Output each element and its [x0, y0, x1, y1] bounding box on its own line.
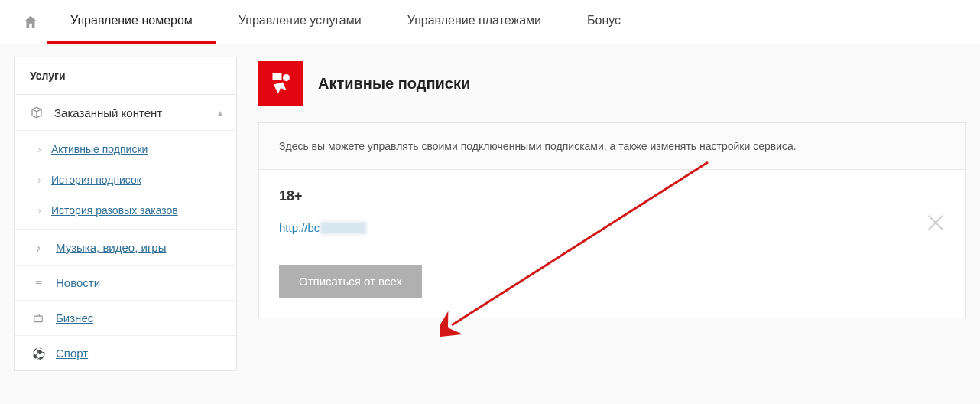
page-titlebar: Активные подписки	[258, 61, 966, 106]
close-icon[interactable]	[926, 213, 946, 233]
box-icon	[28, 106, 45, 119]
age-label: 18+	[279, 188, 946, 204]
sport-icon: ⚽	[30, 347, 47, 360]
sidebar-item-onetime-orders-history[interactable]: История разовых заказов	[15, 195, 236, 226]
home-icon[interactable]	[14, 0, 47, 44]
main-content: Активные подписки Здесь вы можете управл…	[258, 57, 966, 318]
tab-payment-management[interactable]: Управление платежами	[385, 0, 564, 44]
news-icon: ≡	[30, 277, 47, 289]
tab-service-management[interactable]: Управление услугами	[216, 0, 385, 44]
top-nav: Управление номером Управление услугами У…	[0, 0, 980, 44]
sidebar-item-label: Спорт	[56, 347, 88, 360]
music-icon: ♪	[30, 242, 47, 254]
sidebar-item-active-subscriptions[interactable]: Активные подписки	[15, 134, 236, 165]
sidebar-item-sport[interactable]: ⚽ Спорт	[15, 335, 236, 370]
page-title: Активные подписки	[318, 75, 470, 93]
url-prefix: http://bc	[279, 221, 320, 234]
chevron-up-icon: ▴	[218, 107, 222, 118]
panel-info-text: Здесь вы можете управлять своими подключ…	[259, 123, 965, 170]
sidebar: Услуги Заказанный контент ▴ Активные под…	[14, 57, 237, 371]
sidebar-item-subscription-history[interactable]: История подписок	[15, 165, 236, 195]
tab-bonus[interactable]: Бонус	[564, 0, 644, 44]
sidebar-group-ordered-content: Заказанный контент ▴ Активные подписки И…	[15, 95, 236, 230]
url-redacted	[320, 222, 366, 234]
subscription-url[interactable]: http://bc	[279, 220, 946, 234]
sidebar-item-media[interactable]: ♪ Музыка, видео, игры	[15, 230, 236, 265]
title-tile-icon	[258, 61, 303, 106]
svg-point-1	[283, 74, 290, 81]
sidebar-item-label: Музыка, видео, игры	[56, 241, 167, 254]
briefcase-icon	[30, 313, 47, 324]
sidebar-item-news[interactable]: ≡ Новости	[15, 265, 236, 300]
svg-rect-0	[34, 316, 43, 322]
tab-number-management[interactable]: Управление номером	[47, 0, 216, 44]
sidebar-item-business[interactable]: Бизнес	[15, 300, 236, 335]
subscription-card: 18+ http://bc Отписаться от всех	[259, 170, 965, 318]
sidebar-group-label: Заказанный контент	[54, 106, 162, 119]
sidebar-title: Услуги	[15, 57, 236, 95]
sidebar-group-toggle[interactable]: Заказанный контент ▴	[15, 95, 236, 130]
unsubscribe-all-button[interactable]: Отписаться от всех	[279, 265, 422, 298]
sidebar-item-label: Бизнес	[56, 311, 93, 324]
sidebar-item-label: Новости	[56, 276, 100, 289]
subscriptions-panel: Здесь вы можете управлять своими подключ…	[258, 122, 966, 318]
sidebar-group-items: Активные подписки История подписок Истор…	[15, 130, 236, 229]
